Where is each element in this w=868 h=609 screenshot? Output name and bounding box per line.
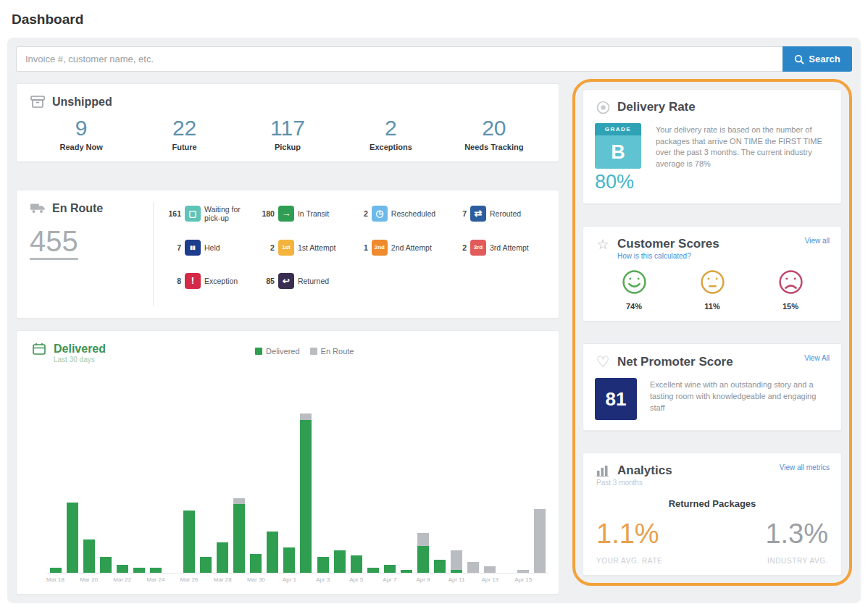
delivered-segment <box>100 557 112 573</box>
chart-bar-apr-12 <box>465 404 482 573</box>
x-axis-tick: Apr 7 <box>383 576 396 583</box>
analytics-view-all-link[interactable]: View all metrics <box>780 463 830 471</box>
chart-bar-mar-24 <box>147 404 164 573</box>
delivery-rate-header: Delivery Rate <box>595 100 696 114</box>
en-route-total[interactable]: 455 <box>30 227 78 260</box>
chart-bar-mar-27 <box>198 404 214 573</box>
status-3rd-attempt[interactable]: 23rd3rd Attempt <box>452 240 550 256</box>
stat-label: Future <box>133 143 235 151</box>
customer-scores-view-all-link[interactable]: View all <box>805 237 830 245</box>
delivered-title: Delivered <box>54 343 106 356</box>
en-route-status-grid: 161▢Waiting for pick-up180→In Transit2◷R… <box>154 202 559 306</box>
metric-label: INDUSTRY AVG. <box>765 557 828 565</box>
nps-view-all-link[interactable]: View All <box>804 354 830 362</box>
customer-scores-card: ☆ Customer Scores How is this calculated… <box>583 226 842 322</box>
x-axis-tick: Apr 11 <box>448 576 465 583</box>
status-label: Waiting for pick-up <box>204 205 256 222</box>
exception-icon: ! <box>185 273 201 289</box>
en-route-segment <box>534 509 546 573</box>
chart-bar-apr-15 <box>515 404 532 573</box>
unshipped-stat-future[interactable]: 22Future <box>133 116 235 151</box>
chart-bar-mar-20 <box>80 404 97 573</box>
content-panel: Search Unshipped 9Ready Now22Future117Pi… <box>7 38 861 603</box>
status-rerouted[interactable]: 7⇄Rerouted <box>452 205 550 222</box>
status-label: Rerouted <box>490 209 521 218</box>
status-count: 2 <box>354 209 368 218</box>
sad-face-icon <box>777 285 804 298</box>
status-1st-attempt[interactable]: 21st1st Attempt <box>260 240 349 256</box>
stat-value: 22 <box>133 116 235 141</box>
chart-bar-apr-14 <box>498 404 515 573</box>
en-route-segment <box>417 533 429 546</box>
chart-bar-mar-18 <box>47 404 64 573</box>
status-count: 180 <box>260 209 275 218</box>
delivered-segment <box>250 554 262 573</box>
status-count: 7 <box>167 243 181 252</box>
delivered-segment <box>117 565 128 573</box>
stat-value: 9 <box>30 116 133 141</box>
chart-bar-apr-1 <box>281 404 298 573</box>
search-input[interactable] <box>16 46 783 72</box>
unshipped-box-icon <box>30 96 46 109</box>
unshipped-header: Unshipped <box>30 96 546 109</box>
delivered-segment <box>233 504 245 573</box>
chart-bar-mar-30 <box>248 404 264 573</box>
bar-chart <box>47 404 548 574</box>
status-count: 2 <box>260 243 275 252</box>
analytics-header: Analytics <box>595 463 672 478</box>
status-waiting-for-pick-up[interactable]: 161▢Waiting for pick-up <box>167 205 256 222</box>
happy-face-icon <box>621 285 648 298</box>
stat-label: Exceptions <box>339 143 442 151</box>
first-attempt-icon: 1st <box>278 240 294 256</box>
en-route-segment <box>451 550 462 569</box>
x-axis-tick: Apr 1 <box>283 576 296 583</box>
stat-value: 2 <box>339 116 442 141</box>
delivered-segment <box>351 555 362 573</box>
status-label: In Transit <box>298 209 329 218</box>
x-axis-tick: Apr 13 <box>481 576 498 583</box>
chart-bar-mar-21 <box>97 404 114 573</box>
chart-bar-apr-7 <box>381 404 398 573</box>
status-label: 3rd Attempt <box>490 243 529 252</box>
held-icon: ▮▮ <box>185 240 201 256</box>
analytics-subtitle: Past 3 months <box>596 479 672 487</box>
unshipped-stat-pickup[interactable]: 117Pickup <box>236 116 339 151</box>
search-button[interactable]: Search <box>783 46 852 72</box>
delivered-segment <box>200 557 212 573</box>
nps-quote: Excellent wine with an outstanding story… <box>650 378 830 420</box>
x-axis-tick: Mar 30 <box>247 576 265 583</box>
delivered-segment <box>367 568 379 573</box>
chart-bar-apr-10 <box>431 404 448 573</box>
waiting-icon: ▢ <box>185 206 201 222</box>
right-column: Delivery Rate GRADE B 80% Your delivery … <box>572 83 852 595</box>
nps-card: ♡ Net Promoter Score View All 81 Excelle… <box>583 343 842 431</box>
unshipped-stat-exceptions[interactable]: 2Exceptions <box>339 116 442 151</box>
search-icon <box>794 54 804 64</box>
delivered-segment <box>83 539 95 573</box>
chart-bar-mar-26 <box>181 404 198 573</box>
delivered-segment <box>384 565 396 573</box>
delivered-segment <box>434 560 446 573</box>
unshipped-stats: 9Ready Now22Future117Pickup2Exceptions20… <box>30 116 546 151</box>
nps-header: ♡ Net Promoter Score <box>595 354 733 369</box>
chart-bar-apr-8 <box>398 404 414 573</box>
chart-bar-mar-28 <box>214 404 231 573</box>
status-returned[interactable]: 85↩Returned <box>260 273 349 289</box>
delivered-chart-card: Delivered Last 30 days Delivered En Rout… <box>16 330 559 595</box>
x-axis-tick: Apr 5 <box>349 576 363 583</box>
bar-chart-icon <box>595 465 611 476</box>
status-exception[interactable]: 8!Exception <box>167 273 256 289</box>
customer-scores-header: ☆ Customer Scores <box>595 237 719 251</box>
unshipped-stat-ready-now[interactable]: 9Ready Now <box>30 116 133 151</box>
status-label: 1st Attempt <box>298 243 336 252</box>
delivery-rate-card: Delivery Rate GRADE B 80% Your delivery … <box>583 89 842 204</box>
x-axis-tick: Apr 3 <box>316 576 330 583</box>
status-rescheduled[interactable]: 2◷Rescheduled <box>354 205 448 222</box>
status-in-transit[interactable]: 180→In Transit <box>260 205 349 222</box>
unshipped-stat-needs-tracking[interactable]: 20Needs Tracking <box>443 116 546 151</box>
status-2nd-attempt[interactable]: 12nd2nd Attempt <box>354 240 448 256</box>
status-held[interactable]: 7▮▮Held <box>167 240 256 256</box>
en-route-card: En Route 455 161▢Waiting for pick-up180→… <box>16 190 559 319</box>
how-is-this-calculated-link[interactable]: How is this calculated? <box>617 252 719 260</box>
status-count: 1 <box>354 243 368 252</box>
